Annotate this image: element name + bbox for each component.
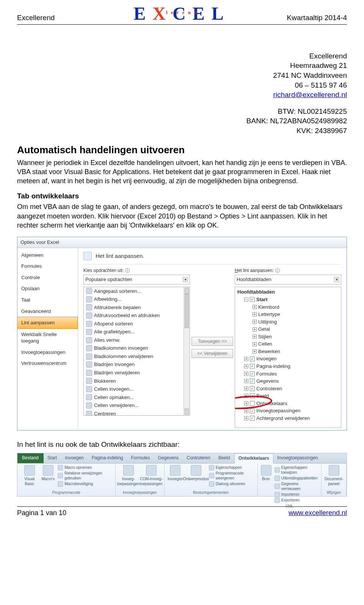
ribbon-button[interactable]: Invoegen (168, 465, 183, 482)
contact-email[interactable]: richard@excellerend.nl (273, 91, 347, 99)
command-list-item[interactable]: Bladkolommen verwijderen (84, 352, 190, 361)
checkbox[interactable]: ✓ (250, 409, 255, 413)
tree-tab-item[interactable]: +✓Controleren (237, 385, 340, 393)
checkbox[interactable]: ✓ (250, 364, 255, 369)
info-icon[interactable]: i (125, 268, 130, 273)
tree-group-item[interactable]: +Uitlijning (237, 318, 340, 326)
tree-group-item[interactable]: +Cellen (237, 340, 340, 348)
commands-listbox[interactable]: Aangepast sorteren...Afbeelding...Afdruk… (83, 287, 190, 416)
expand-icon[interactable]: + (244, 357, 248, 361)
ribbon-tab[interactable]: Start (44, 453, 61, 463)
ribbon-small-button[interactable]: Uitbreidingspakketten (275, 476, 318, 481)
checkbox[interactable]: ✓ (250, 393, 255, 398)
ribbon-tab[interactable]: Bestand (17, 453, 44, 463)
options-nav-item[interactable]: Vertrouwenscentrum (17, 358, 78, 369)
ribbon-small-button[interactable]: Dialoog uitvoeren (209, 481, 254, 487)
expand-icon[interactable]: + (253, 305, 257, 309)
command-list-item[interactable]: Aflopend sorteren (84, 320, 190, 328)
checkbox[interactable]: ✓ (250, 371, 255, 376)
expand-icon[interactable]: + (244, 387, 248, 391)
ribbon-small-button[interactable]: Gegevens vernieuwen (275, 481, 318, 492)
ribbon-small-button[interactable]: Importeren (275, 492, 318, 497)
ribbon-small-button[interactable]: Eigenschappen (209, 465, 254, 470)
checkbox[interactable]: ✓ (250, 297, 255, 302)
ribbon-tab[interactable]: Formules (127, 453, 154, 463)
tree-group-item[interactable]: +Klembord (237, 303, 340, 311)
expand-icon[interactable]: + (244, 379, 248, 383)
ribbon-tab[interactable]: Invoegtoepassingen (273, 453, 322, 463)
checkbox[interactable]: ✓ (250, 416, 255, 421)
expand-icon[interactable]: + (244, 409, 248, 413)
ribbon-button[interactable]: Visual Basic (20, 465, 38, 487)
options-nav-item[interactable]: Taal (17, 294, 78, 306)
command-list-item[interactable]: Alle grafiektypen... (84, 328, 190, 336)
ribbon-tab[interactable]: Beeld (215, 453, 234, 463)
command-list-item[interactable]: Afdrukbereik bepalen (84, 303, 190, 312)
customize-ribbon-dropdown[interactable]: Hoofdtabbladen ▾ (235, 275, 341, 284)
command-list-item[interactable]: Afbeelding... (84, 295, 190, 303)
ribbon-small-button[interactable]: Exporteren (275, 498, 318, 503)
ribbon-tabs-tree[interactable]: Hoofdtabbladen−✓Start+Klembord+Lettertyp… (235, 287, 341, 428)
options-nav-item[interactable]: Lint aanpassen (17, 317, 78, 329)
expand-icon[interactable]: + (244, 394, 248, 398)
ribbon-tab[interactable]: Ontwikkelaars (234, 453, 273, 463)
command-list-item[interactable]: Cellen verwijderen... (84, 401, 190, 410)
tree-tab-item[interactable]: +Ontwikkelaars (237, 400, 340, 407)
remove-button[interactable]: << Verwijderen (191, 349, 233, 358)
tree-group-item[interactable]: +Lettertype (237, 311, 340, 318)
info-icon[interactable]: i (275, 268, 280, 273)
command-list-item[interactable]: Afdrukvoorbeeld en afdrukken (84, 311, 190, 320)
ribbon-tab[interactable]: Invoegen (61, 453, 88, 463)
tree-group-item[interactable]: +Bewerken (237, 348, 340, 355)
command-list-item[interactable]: Bladrijen verwijderen (84, 369, 190, 377)
expand-icon[interactable]: + (244, 416, 248, 420)
tree-tab-item[interactable]: +✓Beeld (237, 392, 340, 400)
options-nav-item[interactable]: Algemeen (17, 250, 78, 261)
options-nav-item[interactable]: Werkbalk Snelle toegang (17, 329, 78, 347)
command-list-item[interactable]: Centreren (84, 410, 190, 416)
ribbon-small-button[interactable]: Programmacode weergeven (209, 471, 254, 481)
command-list-item[interactable]: Bladkolommen invoegen (84, 344, 190, 352)
ribbon-small-button[interactable]: Eigenschappen toewijzen (275, 465, 318, 475)
tree-tab-item[interactable]: +✓Gegevens (237, 377, 340, 385)
ribbon-button[interactable]: COM-invoeg-toepassingen (141, 465, 161, 487)
ribbon-button[interactable]: Document-paneel (325, 465, 343, 487)
options-nav-item[interactable]: Geavanceerd (17, 306, 78, 317)
tree-tab-item[interactable]: +✓Formules (237, 370, 340, 378)
ribbon-button[interactable]: Invoeg-toepassingen (119, 465, 138, 487)
add-button[interactable]: Toevoegen >> (191, 337, 233, 346)
ribbon-small-button[interactable]: Relatieve verwijzingen gebruiken (58, 471, 112, 481)
checkbox[interactable]: ✓ (250, 379, 255, 383)
tree-tab-item[interactable]: +✓Pagina-indeling (237, 363, 340, 370)
checkbox[interactable]: ✓ (250, 357, 255, 361)
expand-icon[interactable]: + (253, 327, 257, 332)
ribbon-tab[interactable]: Pagina-indeling (88, 453, 127, 463)
expand-icon[interactable]: + (253, 342, 257, 346)
ribbon-button[interactable]: Ontwerpmodus (186, 465, 206, 482)
tree-tab-item[interactable]: +✓Invoegtoepassingen (237, 407, 340, 415)
collapse-icon[interactable]: − (244, 297, 248, 302)
tree-tab-item[interactable]: +✓Invoegen (237, 355, 340, 363)
ribbon-small-button[interactable]: Macrobeveiliging (58, 481, 112, 487)
expand-icon[interactable]: + (244, 364, 248, 368)
scrollbar[interactable] (184, 287, 190, 415)
expand-icon[interactable]: + (253, 320, 257, 324)
footer-link[interactable]: www.excellerend.nl (289, 508, 347, 517)
choose-from-dropdown[interactable]: Populaire opdrachten ▾ (83, 275, 190, 284)
tree-tab-item[interactable]: +✓Achtergrond verwijderen (237, 415, 340, 422)
tree-group-item[interactable]: +Getal (237, 325, 340, 333)
tree-tab-start[interactable]: −✓Start (237, 296, 340, 303)
command-list-item[interactable]: Cellen opmaken... (84, 393, 190, 402)
options-nav-item[interactable]: Opslaan (17, 283, 78, 294)
expand-icon[interactable]: + (253, 349, 257, 354)
options-nav-item[interactable]: Invoegtoepassingen (17, 347, 78, 358)
command-list-item[interactable]: Blokkeren (84, 377, 190, 385)
expand-icon[interactable]: + (244, 372, 248, 376)
tree-group-item[interactable]: +Stijlen (237, 333, 340, 341)
ribbon-tab[interactable]: Controleren (183, 453, 215, 463)
checkbox[interactable]: ✓ (250, 386, 255, 391)
ribbon-button[interactable]: Macro's (41, 465, 55, 482)
checkbox[interactable] (250, 401, 255, 406)
command-list-item[interactable]: Alles vernw. (84, 336, 190, 344)
expand-icon[interactable]: + (253, 312, 257, 316)
